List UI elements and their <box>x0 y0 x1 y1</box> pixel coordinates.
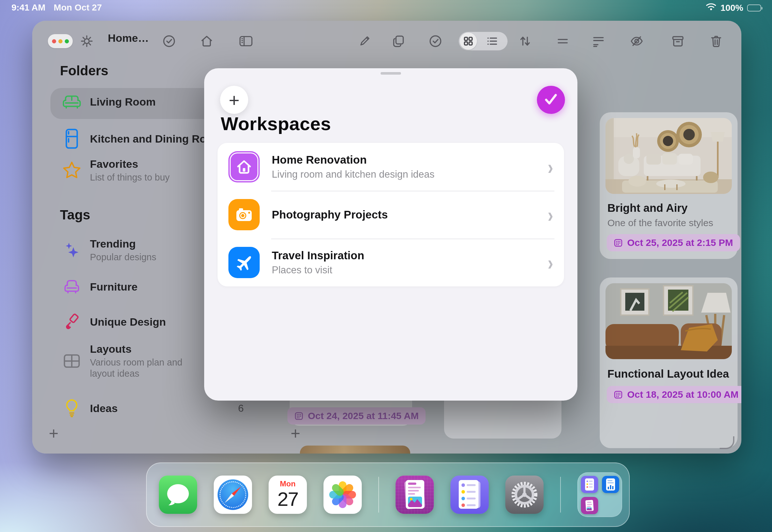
airplane-workspace-icon <box>228 247 260 278</box>
dock-safari-icon[interactable] <box>214 476 252 514</box>
workspace-row-home-renovation[interactable]: Home Renovation Living room and kitchen … <box>218 143 564 191</box>
plus-icon: + <box>229 89 240 111</box>
calendar-day: 27 <box>278 488 298 510</box>
dock-notes-app-icon[interactable] <box>396 476 434 514</box>
workspaces-sheet: + Workspaces Home Renovation Living room… <box>204 68 577 401</box>
workspace-row-photography[interactable]: Photography Projects › <box>218 191 564 239</box>
calendar-weekday: Mon <box>280 479 295 488</box>
workspace-subtitle: Places to visit <box>272 264 548 276</box>
confirm-button[interactable] <box>537 86 565 114</box>
dock-messages-icon[interactable] <box>159 476 197 514</box>
mini-chart-doc-app-icon <box>602 476 619 493</box>
dock-divider <box>560 477 561 513</box>
workspace-subtitle: Living room and kitchen design ideas <box>272 169 548 180</box>
dock-checklist-app-icon[interactable] <box>450 476 489 514</box>
workspace-title: Photography Projects <box>272 208 548 221</box>
sheet-grabber[interactable] <box>381 72 401 75</box>
chevron-right-icon: › <box>548 203 553 227</box>
sheet-title: Workspaces <box>221 113 331 134</box>
dock-divider <box>378 477 379 513</box>
chevron-right-icon: › <box>548 155 553 179</box>
checkmark-icon <box>544 93 558 107</box>
dock-settings-icon[interactable] <box>505 476 544 514</box>
workspace-list: Home Renovation Living room and kitchen … <box>218 143 564 286</box>
mini-notes-app-icon <box>581 497 598 514</box>
dock-app-folder[interactable] <box>577 472 622 517</box>
status-date: Mon Oct 27 <box>54 3 102 13</box>
workspace-title: Travel Inspiration <box>272 249 548 262</box>
battery-percent: 100% <box>720 3 743 13</box>
chevron-right-icon: › <box>548 251 553 275</box>
dock-photos-icon[interactable] <box>323 476 362 514</box>
workspace-row-travel[interactable]: Travel Inspiration Places to visit › <box>218 239 564 286</box>
clock: 9:41 AM <box>11 3 45 13</box>
camera-workspace-icon <box>228 199 260 230</box>
add-workspace-button[interactable]: + <box>220 86 248 114</box>
dock: Mon 27 <box>146 462 630 527</box>
dock-calendar-icon[interactable]: Mon 27 <box>269 476 307 514</box>
workspace-title: Home Renovation <box>272 153 548 166</box>
battery-icon <box>747 4 761 11</box>
status-bar: 9:41 AM Mon Oct 27 100% <box>0 0 772 14</box>
home-workspace-icon <box>228 151 260 182</box>
mini-checklist-app-icon <box>581 476 598 493</box>
wifi-icon <box>706 3 716 13</box>
